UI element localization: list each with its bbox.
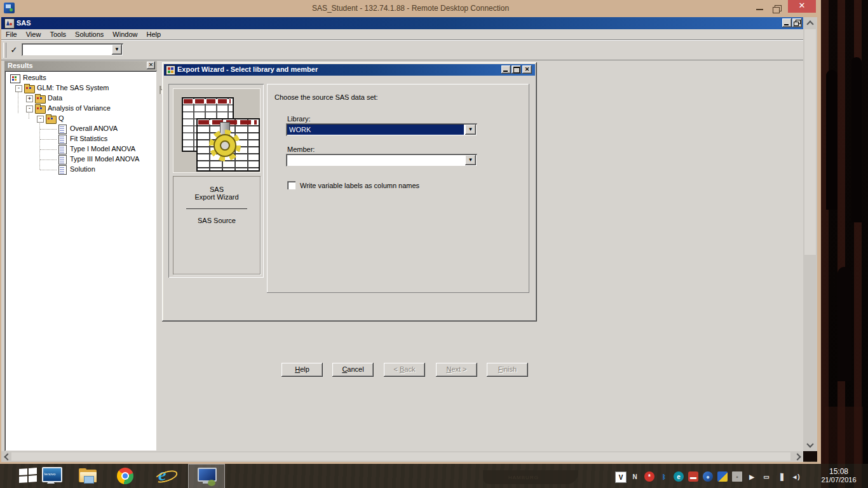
tree-item-data[interactable]: +Data	[4, 93, 151, 104]
menu-help[interactable]: Help	[142, 29, 165, 39]
tree-item-overall-anova[interactable]: Overall ANOVA	[4, 124, 151, 134]
desktop-wallpaper-tower	[821, 0, 868, 488]
tray-car-icon[interactable]: ▬	[688, 471, 698, 482]
help-button[interactable]: Help	[281, 363, 323, 377]
rdp-vertical-scroll-thumb[interactable]	[804, 29, 816, 255]
rdp-titlebar[interactable]: SAS_Student - 132.74.1.88 - Remote Deskt…	[0, 0, 821, 17]
tray-virus-v-icon[interactable]: V	[615, 471, 627, 483]
back-button-label: <	[394, 365, 400, 373]
command-dropdown-icon[interactable]: ▼	[112, 44, 122, 55]
doc-icon	[58, 165, 67, 175]
results-panel-title: Results	[8, 62, 33, 69]
rdp-restore-button[interactable]	[771, 4, 783, 13]
back-button: < Back	[384, 363, 425, 377]
tree-expand-icon[interactable]: +	[26, 95, 33, 102]
rdp-horizontal-scroll-thumb[interactable]	[11, 452, 790, 461]
sas-restore-button[interactable]	[792, 18, 802, 27]
tray-dual-monitor-icon[interactable]: ▪	[732, 471, 742, 482]
tray-e-audio-icon[interactable]: e	[674, 471, 684, 482]
taskbar-clock[interactable]: 15:08 21/07/2016	[815, 467, 863, 486]
tree-guide-stub	[40, 129, 57, 130]
rdp-minimize-button[interactable]	[754, 4, 766, 13]
wizard-divider	[186, 208, 247, 209]
taskbar-remote-desktop-button[interactable]	[188, 464, 225, 488]
finish-button: Finish	[487, 363, 528, 377]
labels-checkbox[interactable]	[287, 181, 295, 189]
tray-display-connect-icon[interactable]: ▭	[761, 471, 771, 482]
rdp-scroll-up-icon[interactable]	[803, 17, 817, 29]
export-dialog-titlebar[interactable]: Export Wizard - Select library and membe…	[164, 64, 535, 76]
tree-item-analysis-of-variance[interactable]: -Analysis of Variance	[4, 104, 151, 114]
tray-red-asterisk-icon[interactable]: *	[644, 471, 654, 482]
export-dialog-maximize-button[interactable]	[512, 65, 521, 74]
menu-view[interactable]: View	[22, 29, 46, 39]
tray-input-indicator-icon[interactable]	[717, 471, 728, 482]
doc-icon	[58, 125, 67, 134]
results-panel-titlebar[interactable]: Results ✕	[4, 61, 157, 71]
taskbar-file-explorer-icon[interactable]	[79, 468, 98, 484]
tree-item-fit-statistics[interactable]: Fit Statistics	[4, 134, 151, 144]
taskbar-lenovo-icon[interactable]: lenovo	[41, 467, 61, 485]
export-dialog-minimize-button[interactable]	[501, 65, 511, 74]
tree-item-q[interactable]: -Q	[4, 114, 151, 124]
tree-item-results[interactable]: Results	[4, 73, 151, 83]
menu-file[interactable]: File	[1, 29, 22, 39]
rdp-vertical-scrollbar[interactable]	[803, 17, 817, 451]
menu-tools[interactable]: Tools	[45, 29, 71, 39]
library-combobox[interactable]: WORK ▼	[286, 123, 477, 136]
rdp-horizontal-scrollbar[interactable]	[0, 451, 803, 462]
clock-date: 21/07/2016	[815, 476, 863, 484]
rdp-right-border	[817, 0, 821, 464]
doc-icon	[58, 155, 67, 165]
command-input[interactable]	[24, 45, 109, 53]
folder-icon	[46, 116, 57, 124]
taskbar-ie-icon[interactable]: e	[154, 466, 176, 486]
tree-guide-stub	[40, 149, 57, 150]
tray-n-tool-icon[interactable]: N	[630, 471, 640, 482]
library-label: Library:	[287, 115, 311, 123]
tree-item-label: Results	[23, 74, 46, 81]
folder-icon	[35, 95, 46, 104]
tree-item-type-i-model-anova[interactable]: Type I Model ANOVA	[4, 144, 151, 154]
command-check-button[interactable]: ✓	[8, 43, 20, 57]
sas-minimize-button[interactable]	[782, 18, 792, 27]
rdp-scroll-down-icon[interactable]	[803, 440, 817, 451]
tree-collapse-icon[interactable]: -	[26, 105, 33, 112]
tree-item-glm-the-sas-system[interactable]: -GLM: The SAS System	[4, 83, 151, 93]
sas-app-icon	[4, 18, 15, 29]
tray-flag-icon[interactable]: ▶	[747, 471, 757, 482]
tree-collapse-icon[interactable]: -	[37, 116, 44, 123]
sas-window-title: SAS	[17, 18, 31, 29]
tree-item-label: Data	[48, 94, 62, 102]
tree-item-label: GLM: The SAS System	[37, 84, 109, 92]
export-dialog-icon	[166, 65, 175, 75]
member-label: Member:	[287, 146, 315, 153]
command-input-box[interactable]: ▼	[22, 43, 123, 56]
menu-solutions[interactable]: Solutions	[71, 29, 108, 39]
labels-checkbox-label[interactable]: Write variable labels as column names	[300, 182, 419, 189]
member-dropdown-icon[interactable]: ▼	[465, 155, 476, 165]
cancel-button[interactable]: Cancel	[332, 363, 374, 377]
rdp-scroll-left-icon[interactable]	[1, 451, 11, 462]
folder-icon	[24, 85, 35, 93]
rdp-scroll-right-icon[interactable]	[793, 451, 803, 462]
library-dropdown-icon[interactable]: ▼	[465, 125, 476, 135]
sas-titlebar[interactable]: SAS	[1, 17, 803, 29]
folder-icon	[35, 105, 46, 114]
tray-speaker-icon[interactable]: ◄)	[790, 471, 801, 482]
taskbar-chrome-icon[interactable]	[117, 468, 133, 484]
rdp-close-button[interactable]: ✕	[788, 0, 816, 13]
tray-shield-icon[interactable]: ●	[703, 471, 713, 482]
tray-battery-icon[interactable]: ▕▌	[776, 471, 786, 482]
export-dialog-close-button[interactable]: ✕	[522, 65, 532, 74]
tray-bluetooth-icon[interactable]: ᛒ	[659, 471, 669, 482]
member-combobox[interactable]: ▼	[286, 154, 477, 166]
tree-collapse-icon[interactable]: -	[15, 85, 22, 92]
next-button: Next >	[436, 363, 477, 377]
tree-item-solution[interactable]: Solution	[4, 165, 151, 175]
menu-window[interactable]: Window	[108, 29, 142, 39]
tree-item-type-iii-model-anova[interactable]: Type III Model ANOVA	[4, 154, 151, 165]
clock-time: 15:08	[815, 467, 863, 476]
results-panel-close-icon[interactable]: ✕	[147, 62, 155, 69]
start-button[interactable]	[19, 468, 38, 484]
